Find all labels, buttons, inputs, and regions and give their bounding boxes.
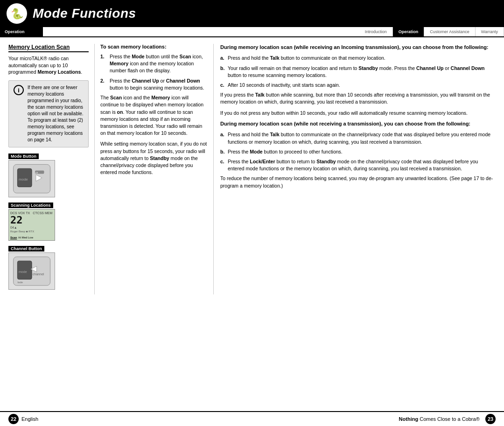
item-1c: c. After 10 seconds of inactivity, unit … [220,82,496,89]
during-scan-heading-2: During memory location scan (while not r… [220,120,496,127]
scanning-locations-section: Scanning Locations DCS VOX TX CTCSS MEM … [8,202,89,241]
footer-left: 22 English [8,414,38,424]
scan-instructions-heading: To scan memory locations: [100,44,208,49]
channel-button-label: Channel Button [8,246,44,251]
body-talk-2: If you do not press any button within 10… [220,110,496,117]
item-1a: a. Press and hold the Talk button to com… [220,55,496,62]
step-2-num: 2. [100,77,107,91]
step-1-text: Press the Mode button until the Scan ico… [110,53,208,75]
body-talk-1: If you press the Talk button while scann… [220,91,496,105]
page-footer: 22 English Nothing Comes Close to a Cobr… [0,411,504,426]
scanning-locations-label: Scanning Locations [8,203,53,208]
mode-button-label: Mode Button [8,154,39,159]
info-box: i If there are one or fewer memory locat… [8,80,89,147]
svg-text:lode: lode [17,280,23,284]
mode-button-section: Mode Button mode ch [8,153,89,197]
svg-text:channel: channel [33,272,44,276]
channel-button-img: mode channel lode [8,252,55,290]
body-text-1: The Scan icon and the Memory icon will c… [100,94,208,137]
item-2a: a. Press and hold the Talk button to com… [220,131,496,145]
mode-button-img: mode ch [8,160,55,197]
info-text: If there are one or fewer memory locatio… [28,84,84,143]
left-panel: Memory Location Scan Your microTALK® rad… [8,44,95,294]
scan-bottom-row: Scan Hi Med Low [10,236,33,239]
svg-text:ch: ch [35,171,38,174]
channel-button-section: Channel Button mode channel lode [8,245,89,290]
step-2-text: Press the Channel Up or Channel Down but… [110,77,208,91]
svg-text:mode: mode [19,270,27,273]
scan-display: DCS VOX TX CTCSS MEM 22 04▲ Roger Beep ■… [8,209,55,241]
channel-button-svg: mode channel lode [11,255,52,287]
scan-channel-num: 22 [10,215,53,225]
cobra-logo-icon: 🐍 [6,2,28,25]
svg-text:🐍: 🐍 [11,7,24,20]
mode-button-svg: mode ch [11,162,52,195]
step-1-num: 1. [100,53,107,75]
right-panel: During memory location scan (while recei… [214,44,496,294]
svg-text:mode: mode [19,177,28,182]
page-number-left: 22 [8,414,19,424]
item-2c: c. Press the Lock/Enter button to return… [220,158,496,172]
footer-tagline-bold: Nothing [399,416,419,422]
nav-operation-left: Operation [0,27,42,36]
nav-tab-customer[interactable]: Customer Assistance [424,27,476,36]
nav-tab-introduction[interactable]: Introduction [359,27,393,36]
middle-panel: To scan memory locations: 1. Press the M… [95,44,214,294]
info-icon: i [14,85,24,95]
step-2: 2. Press the Channel Up or Channel Down … [100,77,208,91]
body-end: To reduce the number of memory locations… [220,175,496,189]
page-header: 🐍 Mode Functions [0,0,504,27]
item-1b: b. Your radio will remain on that memory… [220,65,496,79]
footer-language: English [21,416,38,422]
footer-tagline-rest: Comes Close to a Cobra® [418,416,480,422]
main-content: Memory Location Scan Your microTALK® rad… [0,37,504,294]
body-text-2: While setting memory location scan, if y… [100,140,208,176]
page-number-right: 23 [485,414,496,424]
footer-right: Nothing Comes Close to a Cobra® 23 [399,414,496,424]
section-title: Memory Location Scan [8,44,89,52]
intro-text: Your microTALK® radio can automatically … [8,55,89,76]
during-scan-heading-1: During memory location scan (while recei… [220,44,496,51]
page-title: Mode Functions [33,6,136,21]
item-2b: b. Press the Mode button to proceed to o… [220,148,496,155]
nav-bar: Operation Introduction Operation Custome… [0,27,504,37]
step-1: 1. Press the Mode button until the Scan … [100,53,208,75]
nav-tab-operation[interactable]: Operation [393,27,425,36]
nav-tab-warranty[interactable]: Warranty [476,27,504,36]
nav-right: Introduction Operation Customer Assistan… [42,27,504,36]
